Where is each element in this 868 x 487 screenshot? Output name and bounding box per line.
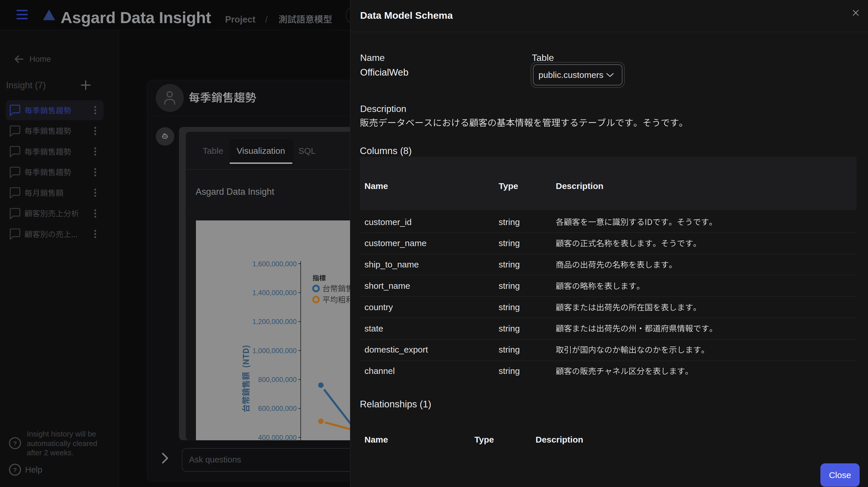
svg-text:?: ? bbox=[13, 466, 17, 473]
svg-text:?: ? bbox=[13, 440, 17, 447]
svg-text:1,200,000,000: 1,200,000,000 bbox=[252, 318, 297, 325]
svg-text:1,000,000,000: 1,000,000,000 bbox=[252, 347, 297, 355]
svg-text:400,000,000: 400,000,000 bbox=[258, 434, 297, 441]
svg-text:1,600,000,000: 1,600,000,000 bbox=[252, 260, 297, 268]
svg-text:1,400,000,000: 1,400,000,000 bbox=[252, 289, 297, 297]
svg-text:800,000,000: 800,000,000 bbox=[258, 376, 297, 383]
svg-text:600,000,000: 600,000,000 bbox=[258, 404, 297, 412]
